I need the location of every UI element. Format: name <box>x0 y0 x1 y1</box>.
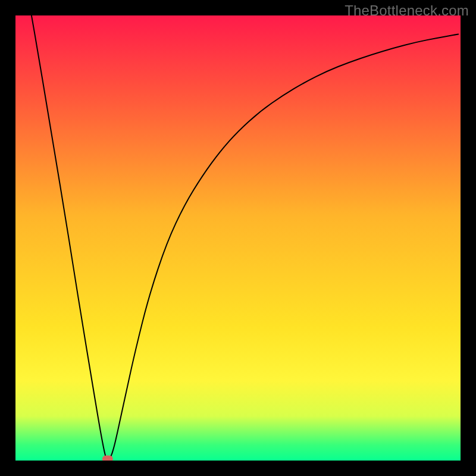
svg-rect-3 <box>461 0 476 476</box>
watermark-text: TheBottleneck.com <box>345 2 469 19</box>
svg-rect-1 <box>0 461 476 476</box>
chart-container: TheBottleneck.com <box>0 0 476 476</box>
chart-svg <box>0 0 476 476</box>
svg-rect-2 <box>0 0 15 476</box>
plot-background <box>15 15 461 461</box>
plot-area <box>15 15 461 462</box>
